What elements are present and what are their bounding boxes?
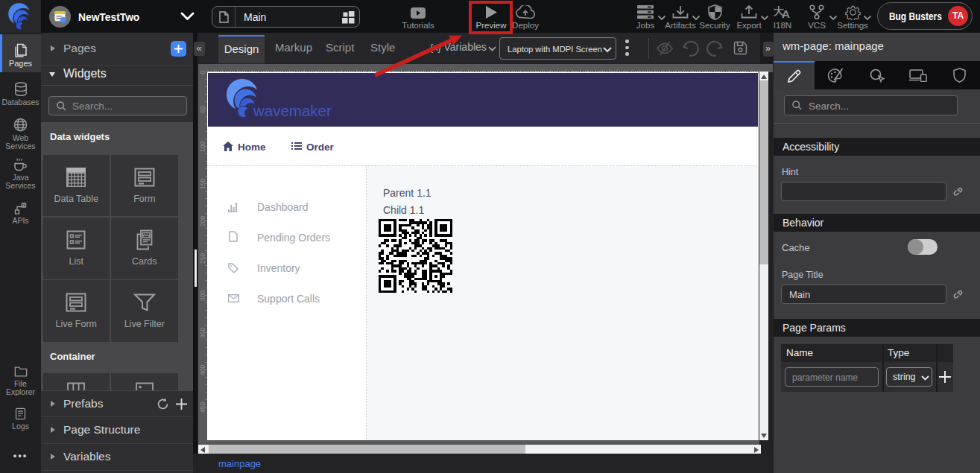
svg-text:A: A	[782, 7, 790, 19]
